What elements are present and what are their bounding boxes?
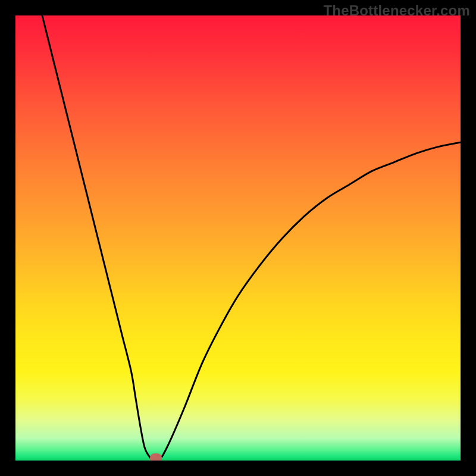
plot-area <box>15 15 461 461</box>
optimal-point-marker <box>150 453 162 461</box>
chart-frame: TheBottlenecker.com <box>0 0 476 476</box>
bottleneck-curve <box>15 15 461 461</box>
attribution-label: TheBottlenecker.com <box>323 2 470 19</box>
